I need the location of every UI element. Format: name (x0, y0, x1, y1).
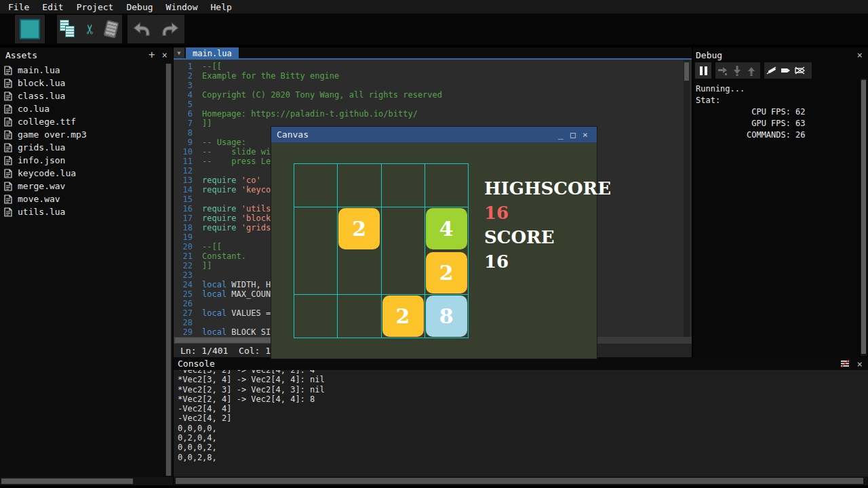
step-over-button[interactable] (715, 63, 730, 78)
debug-status: Running... (696, 84, 868, 96)
canvas-close-button[interactable]: × (579, 129, 591, 140)
canvas-window-title: Canvas (277, 129, 309, 140)
console-line: *Vec2[3, 2] -> Vec2[4, 2]: 4 (178, 370, 868, 375)
file-icon (4, 66, 12, 75)
grid-line-horizontal (294, 338, 469, 338)
step-into-button[interactable] (730, 63, 744, 78)
console-line: 0,0,0,0, (178, 424, 868, 433)
menu-item-window[interactable]: Window (166, 2, 198, 12)
asset-item-game-over-mp3[interactable]: game over.mp3 (0, 128, 164, 141)
highscore-label: HIGHSCORE (484, 178, 611, 203)
tab-main-lua[interactable]: main.lua (186, 47, 239, 58)
debug-stat-row: COMMANDS:26 (696, 130, 868, 142)
asset-label: college.ttf (18, 117, 76, 127)
game-tile-2: 2 (338, 208, 380, 249)
menu-bar: FileEditProjectDebugWindowHelp (0, 0, 868, 14)
asset-item-utils-lua[interactable]: utils.lua (0, 205, 164, 218)
editor-vertical-scrollbar[interactable] (684, 60, 690, 337)
asset-item-merge-wav[interactable]: merge.wav (0, 180, 164, 192)
console-close-button[interactable]: × (857, 359, 863, 369)
add-asset-button[interactable]: + (149, 49, 155, 60)
asset-item-co-lua[interactable]: co.lua (0, 102, 164, 115)
debug-toolbar (693, 62, 868, 80)
clear-breakpoints-button[interactable] (793, 63, 807, 78)
menu-item-project[interactable]: Project (77, 2, 114, 12)
menu-item-edit[interactable]: Edit (42, 2, 63, 12)
assets-close-button[interactable]: × (162, 50, 167, 60)
grid-line-vertical (468, 163, 469, 338)
pencil-slash-icon (766, 65, 777, 76)
clear-console-button[interactable] (840, 359, 850, 368)
canvas-title-bar[interactable]: Canvas _ □ × (271, 127, 597, 143)
game-tile-8: 8 (426, 296, 467, 337)
debug-close-button[interactable]: × (857, 50, 863, 60)
redo-button[interactable] (156, 15, 184, 43)
debug-vertical-scrollbar[interactable] (861, 79, 867, 356)
copy-button[interactable] (57, 15, 79, 43)
pause-icon (700, 66, 707, 75)
score-value: 16 (484, 251, 611, 276)
breakpoint-tag-icon (780, 65, 791, 76)
menu-item-help[interactable]: Help (211, 2, 232, 12)
game-viewport[interactable]: HIGHSCORE 16 SCORE 16 24228 (271, 143, 597, 359)
scissors-icon: ✂ (81, 24, 98, 35)
new-button[interactable] (15, 15, 45, 43)
highscore-value: 16 (484, 203, 611, 227)
undo-icon (132, 20, 151, 38)
paste-button[interactable] (100, 15, 122, 43)
canvas-maximize-button[interactable]: □ (567, 129, 579, 140)
file-icon (4, 207, 12, 217)
debug-panel-title: Debug (696, 50, 722, 60)
step-button-group (715, 62, 760, 79)
assets-panel-title: Assets (5, 50, 37, 60)
grid-line-horizontal (294, 294, 469, 295)
cut-button[interactable]: ✂ (79, 15, 100, 43)
enable-breakpoints-button[interactable] (778, 63, 793, 78)
code-line: 1--[[ (174, 62, 692, 71)
canvas-minimize-button[interactable]: _ (555, 129, 567, 140)
asset-list: main.luablock.luaclass.luaco.luacollege.… (0, 64, 164, 218)
assets-vertical-scrollbar[interactable] (165, 64, 172, 476)
redo-icon (161, 20, 180, 38)
file-icon (4, 156, 12, 165)
chevron-down-icon: ▼ (178, 50, 181, 56)
editor-tab-bar: ▼ main.lua (174, 47, 692, 60)
asset-label: keycode.lua (18, 168, 76, 178)
file-icon (4, 130, 12, 140)
menu-item-debug[interactable]: Debug (126, 2, 153, 12)
file-icon (4, 182, 12, 191)
score-label: SCORE (484, 227, 611, 251)
game-tile-2: 2 (426, 252, 467, 293)
asset-label: grids.lua (18, 142, 65, 152)
asset-item-keycode-lua[interactable]: keycode.lua (0, 167, 164, 180)
assets-horizontal-scrollbar[interactable] (0, 477, 173, 485)
asset-label: class.lua (18, 91, 65, 101)
asset-item-class-lua[interactable]: class.lua (0, 89, 164, 102)
pause-button[interactable] (695, 62, 711, 79)
asset-item-info-json[interactable]: info.json (0, 154, 164, 167)
toggle-breakpoint-button[interactable] (764, 63, 778, 78)
step-out-icon (746, 65, 757, 76)
asset-item-grids-lua[interactable]: grids.lua (0, 141, 164, 154)
console-horizontal-scrollbar[interactable] (174, 476, 868, 485)
file-icon (4, 169, 12, 178)
step-into-icon (732, 65, 743, 76)
file-icon (4, 92, 12, 101)
asset-item-block-lua[interactable]: block.lua (0, 77, 164, 89)
history-button-group (127, 15, 184, 43)
tab-list-dropdown-button[interactable]: ▼ (174, 47, 184, 58)
step-out-button[interactable] (744, 63, 758, 78)
grid-line-horizontal (294, 163, 469, 164)
file-icon (4, 195, 12, 204)
console-line: 0,0,2,8, (178, 453, 868, 462)
step-over-icon (717, 65, 728, 76)
asset-item-main-lua[interactable]: main.lua (0, 64, 164, 77)
console-output: *Vec2[3, 2] -> Vec2[4, 2]: 4*Vec2[3, 4] … (174, 370, 868, 476)
undo-button[interactable] (127, 15, 156, 43)
asset-item-move-wav[interactable]: move.wav (0, 192, 164, 205)
asset-item-college-ttf[interactable]: college.ttf (0, 115, 164, 128)
grid-line-horizontal (294, 207, 469, 207)
menu-item-file[interactable]: File (8, 2, 29, 12)
file-icon (4, 143, 12, 152)
grid-line-vertical (381, 163, 382, 338)
